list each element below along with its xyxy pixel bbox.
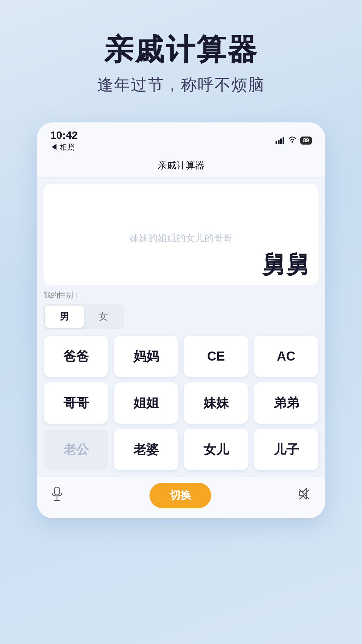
speaker-icon[interactable] [297, 487, 312, 503]
display-placeholder: 妹妹的姐姐的女儿的哥哥 [129, 232, 233, 245]
gender-male-button[interactable]: 男 [45, 306, 84, 328]
key-jiejie[interactable]: 姐姐 [114, 382, 178, 424]
key-gege[interactable]: 哥哥 [44, 382, 108, 424]
key-didi[interactable]: 弟弟 [254, 382, 318, 424]
wifi-icon [288, 136, 297, 145]
display-result: 舅舅 [52, 252, 310, 278]
svg-rect-1 [55, 487, 59, 495]
key-ce[interactable]: CE [184, 336, 248, 377]
gender-female-button[interactable]: 女 [84, 306, 123, 328]
status-icons: 89 [276, 136, 312, 145]
nav-title: 亲戚计算器 [158, 160, 204, 170]
back-button[interactable]: ◀ 相照 [50, 142, 78, 152]
key-laogong: 老公 [44, 429, 108, 470]
switch-button[interactable]: 切换 [149, 483, 211, 508]
key-baba[interactable]: 爸爸 [44, 336, 108, 377]
main-title: 亲戚计算器 [20, 34, 342, 66]
display-area: 妹妹的姐姐的女儿的哥哥 舅舅 [44, 184, 318, 285]
key-laopo[interactable]: 老婆 [114, 429, 178, 470]
key-ac[interactable]: AC [254, 336, 318, 377]
status-bar: 10:42 ◀ 相照 89 [37, 122, 325, 156]
gender-section: 我的性别： 男 女 [37, 285, 325, 332]
status-time: 10:42 [50, 129, 78, 142]
bottom-bar: 切换 [37, 477, 325, 518]
status-left: 10:42 ◀ 相照 [50, 129, 78, 152]
mic-icon[interactable] [50, 486, 64, 504]
key-meimei[interactable]: 妹妹 [184, 382, 248, 424]
gender-toggle: 男 女 [44, 304, 124, 329]
nav-bar: 亲戚计算器 [37, 156, 325, 177]
keypad: 爸爸 妈妈 CE AC 哥哥 姐姐 妹妹 弟弟 老公 老婆 女儿 儿子 [37, 332, 325, 477]
key-erzi[interactable]: 儿子 [254, 429, 318, 470]
key-nver[interactable]: 女儿 [184, 429, 248, 470]
signal-icon [276, 137, 284, 144]
phone-mockup: 10:42 ◀ 相照 89 亲戚计算器 [37, 122, 325, 518]
sub-title: 逢年过节，称呼不烦脑 [20, 74, 342, 96]
gender-label: 我的性别： [44, 290, 318, 300]
svg-point-0 [292, 141, 293, 143]
header-section: 亲戚计算器 逢年过节，称呼不烦脑 [0, 0, 362, 116]
key-mama[interactable]: 妈妈 [114, 336, 178, 377]
battery-badge: 89 [300, 137, 312, 145]
